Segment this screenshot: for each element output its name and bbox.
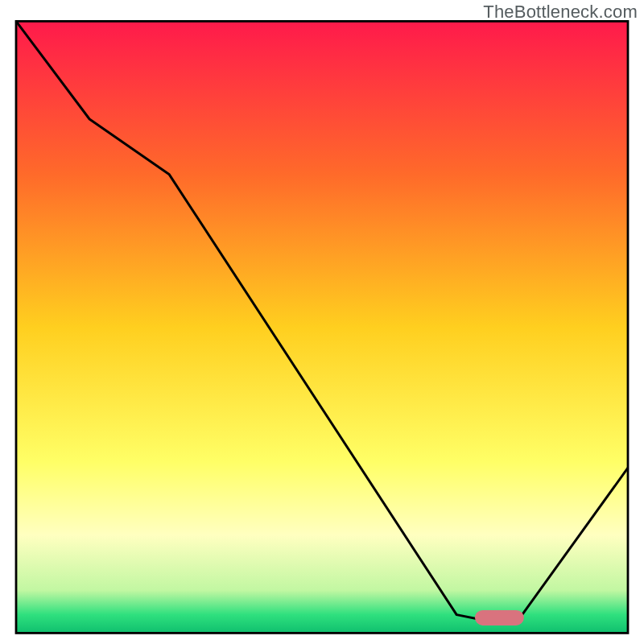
watermark-text: TheBottleneck.com <box>483 2 638 23</box>
optimal-range-marker <box>475 610 524 625</box>
bottleneck-chart: TheBottleneck.com <box>0 0 644 644</box>
plot-background <box>16 21 628 633</box>
chart-canvas <box>0 0 644 644</box>
